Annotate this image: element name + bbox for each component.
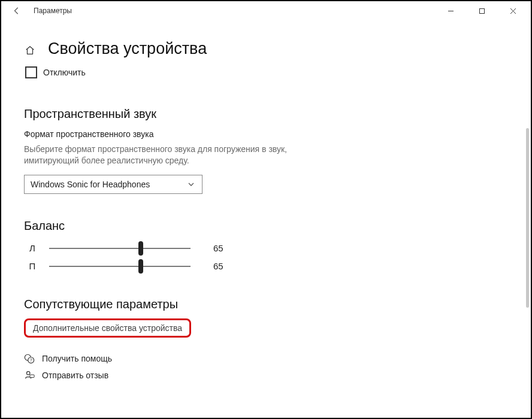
- slider-track: [49, 248, 191, 249]
- titlebar: Параметры: [1, 1, 531, 20]
- window-title: Параметры: [34, 7, 437, 15]
- balance-left-slider[interactable]: [49, 241, 191, 256]
- svg-text:?: ?: [30, 357, 32, 363]
- dropdown-selected: Windows Sonic for Headphones: [31, 180, 186, 189]
- home-icon[interactable]: [24, 44, 36, 56]
- svg-point-7: [27, 371, 30, 374]
- send-feedback-link[interactable]: Отправить отзыв: [24, 370, 531, 381]
- spatial-heading: Пространственный звук: [24, 107, 531, 121]
- scroll-area: Свойства устройства Отключить Пространст…: [1, 20, 531, 418]
- balance-right-slider[interactable]: [49, 259, 191, 274]
- balance-heading: Баланс: [24, 219, 531, 233]
- content-area: Свойства устройства Отключить Пространст…: [1, 20, 531, 418]
- chevron-down-icon: [186, 180, 196, 189]
- slider-track: [49, 266, 191, 267]
- get-help-link[interactable]: ? Получить помощь: [24, 353, 531, 364]
- feedback-icon: [24, 370, 35, 381]
- spatial-description: Выберите формат пространственного звука …: [24, 144, 335, 166]
- svg-rect-8: [30, 375, 34, 378]
- disable-checkbox[interactable]: [25, 66, 37, 78]
- additional-device-properties-link[interactable]: Дополнительные свойства устройства: [24, 318, 191, 338]
- svg-rect-1: [479, 8, 484, 13]
- balance-left-row: Л 65: [24, 241, 531, 256]
- balance-right-row: П 65: [24, 259, 531, 274]
- page-title: Свойства устройства: [48, 40, 207, 58]
- slider-thumb[interactable]: [138, 241, 143, 256]
- page-header: Свойства устройства: [24, 40, 531, 58]
- send-feedback-label: Отправить отзыв: [42, 371, 108, 380]
- balance-section: Баланс Л 65 П 65: [24, 219, 531, 274]
- maximize-button[interactable]: [468, 2, 495, 19]
- balance-right-value: 65: [213, 261, 237, 271]
- window-buttons: [437, 2, 526, 19]
- spatial-format-label: Формат пространственного звука: [24, 129, 531, 139]
- spatial-format-dropdown[interactable]: Windows Sonic for Headphones: [24, 175, 202, 194]
- balance-left-value: 65: [213, 243, 237, 253]
- settings-window: Параметры Свойства устройства От: [0, 0, 532, 419]
- help-icon: ?: [24, 353, 35, 364]
- close-button[interactable]: [500, 2, 526, 19]
- disable-label: Отключить: [43, 68, 86, 77]
- disable-checkbox-row[interactable]: Отключить: [25, 66, 531, 78]
- balance-right-label: П: [24, 261, 41, 271]
- get-help-label: Получить помощь: [42, 354, 112, 363]
- balance-left-label: Л: [24, 243, 41, 253]
- back-button[interactable]: [11, 5, 23, 17]
- minimize-button[interactable]: [437, 2, 464, 19]
- slider-thumb[interactable]: [138, 259, 143, 274]
- related-heading: Сопутствующие параметры: [24, 297, 531, 311]
- scrollbar[interactable]: [526, 128, 529, 308]
